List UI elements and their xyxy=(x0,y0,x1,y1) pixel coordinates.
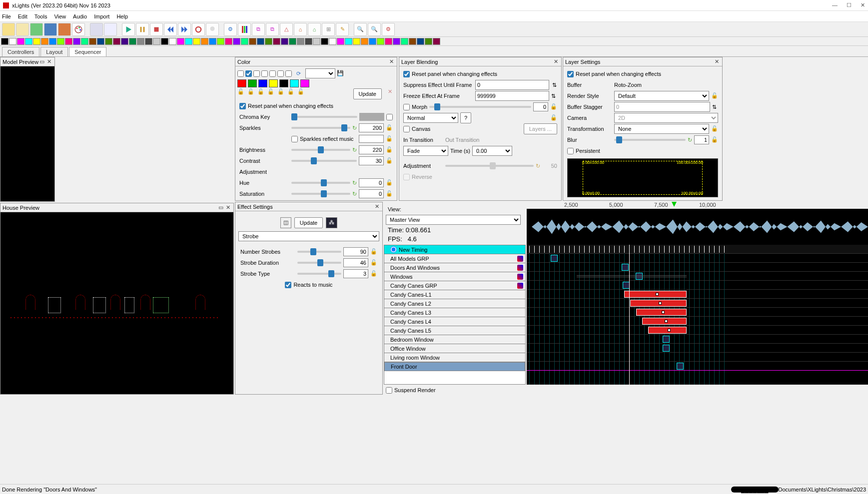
chroma-slider[interactable] xyxy=(291,116,357,118)
effect-icon-54[interactable] xyxy=(433,38,440,45)
effect-icon-17[interactable] xyxy=(137,38,144,45)
model-row[interactable]: Candy Canes L3 xyxy=(384,308,525,317)
paste-icon[interactable]: ⧉ xyxy=(266,23,279,36)
transition-select[interactable]: Fade xyxy=(403,146,448,156)
effect-icon-47[interactable] xyxy=(377,38,384,45)
reset-check[interactable] xyxy=(239,103,246,109)
color-enable-2[interactable] xyxy=(245,70,252,77)
effect-icon-5[interactable] xyxy=(41,38,48,45)
cycle-icon[interactable]: ⟳ xyxy=(296,70,301,77)
effect-icon-40[interactable] xyxy=(321,38,328,45)
effect-icon-33[interactable] xyxy=(265,38,272,45)
house-preview-canvas[interactable] xyxy=(0,212,233,394)
effect-icon-51[interactable] xyxy=(409,38,416,45)
persistent-check[interactable] xyxy=(567,148,574,154)
open-icon[interactable] xyxy=(30,23,43,36)
in-transition-tab[interactable]: In Transition xyxy=(403,137,443,143)
model-row[interactable]: Candy Canes L4 xyxy=(384,317,525,326)
tab-controllers[interactable]: Controllers xyxy=(2,47,39,56)
play-icon[interactable] xyxy=(122,23,135,36)
suspend-check[interactable] xyxy=(386,387,392,394)
lock-icon[interactable]: 🔓 xyxy=(237,88,244,95)
color-swatch-3[interactable] xyxy=(269,79,278,87)
effect-icon-18[interactable] xyxy=(145,38,152,45)
spinner-icon[interactable]: ⇅ xyxy=(551,82,557,88)
view-select[interactable]: Master View xyxy=(386,215,521,225)
effect-icon-0[interactable] xyxy=(1,38,8,45)
effect-icon-34[interactable] xyxy=(273,38,280,45)
color-enable-6[interactable] xyxy=(277,70,284,77)
blur-value[interactable] xyxy=(694,135,709,144)
effect-icon-19[interactable] xyxy=(153,38,160,45)
sparkles-reflect-check[interactable] xyxy=(291,136,298,142)
transform-select[interactable]: None xyxy=(614,124,709,134)
tab-sequencer[interactable]: Sequencer xyxy=(69,47,106,56)
color-enable-4[interactable] xyxy=(261,70,268,77)
color-swatch-4[interactable] xyxy=(279,79,288,87)
effect-icon-29[interactable] xyxy=(233,38,240,45)
effect-icon-25[interactable] xyxy=(201,38,208,45)
suppress-value[interactable] xyxy=(475,80,549,90)
brightness-slider[interactable] xyxy=(291,149,350,151)
effect-icon-49[interactable] xyxy=(393,38,400,45)
save-icon[interactable] xyxy=(44,23,57,36)
num-strobes-value[interactable] xyxy=(343,247,368,256)
settings-icon[interactable]: ⚙ xyxy=(382,23,395,36)
chroma-check[interactable] xyxy=(386,114,393,120)
buffer-preview[interactable]: 0.00x100.00 100.00x100.00 0.00x0.00 100.… xyxy=(567,158,718,197)
sparkles-slider[interactable] xyxy=(291,127,350,129)
strobe-type-slider[interactable] xyxy=(297,273,341,275)
bulb-icon[interactable] xyxy=(206,23,219,36)
model-row[interactable]: Office Window xyxy=(384,344,525,353)
hue-slider[interactable] xyxy=(291,182,350,184)
new-icon[interactable] xyxy=(2,23,15,36)
color-swatch-0[interactable] xyxy=(237,79,246,87)
color-enable-3[interactable] xyxy=(253,70,260,77)
fx-icon[interactable]: ⁂ xyxy=(326,217,337,228)
color-swatch-5[interactable] xyxy=(290,79,299,87)
brightness-value[interactable] xyxy=(359,145,384,154)
reset-check[interactable] xyxy=(403,71,410,77)
model-row[interactable]: Bedroom Window xyxy=(384,335,525,344)
reset-icon[interactable]: ↻ xyxy=(536,163,540,169)
menu-audio[interactable]: Audio xyxy=(73,13,87,19)
close-icon[interactable]: ✕ xyxy=(552,58,559,65)
canvas-check[interactable] xyxy=(403,126,410,132)
copy-icon[interactable]: ⧉ xyxy=(252,23,265,36)
hue-value[interactable] xyxy=(359,178,384,187)
model-row[interactable]: Windows xyxy=(384,272,525,281)
out-transition-tab[interactable]: Out Transition xyxy=(445,137,479,143)
color-enable-5[interactable] xyxy=(269,70,276,77)
file-icon[interactable] xyxy=(16,23,29,36)
close-icon[interactable]: ✕ xyxy=(713,58,720,65)
color-swatch-1[interactable] xyxy=(248,79,257,87)
minimize-button[interactable]: — xyxy=(832,2,838,8)
effect-icon-52[interactable] xyxy=(417,38,424,45)
model-row[interactable]: All Models GRP xyxy=(384,254,525,263)
reset-icon[interactable]: ↻ xyxy=(352,125,357,131)
effect-icon-31[interactable] xyxy=(249,38,256,45)
effect-icon-38[interactable] xyxy=(305,38,312,45)
freeze-value[interactable] xyxy=(475,91,549,101)
effect-icon-50[interactable] xyxy=(401,38,408,45)
effect-icon-43[interactable] xyxy=(345,38,352,45)
saturation-slider[interactable] xyxy=(291,193,350,195)
pause-icon[interactable] xyxy=(136,23,149,36)
palette-icon[interactable] xyxy=(72,23,85,36)
dock-icon[interactable]: ▭ xyxy=(217,204,224,211)
morph-check[interactable] xyxy=(403,104,410,110)
effect-icon-23[interactable] xyxy=(185,38,192,45)
cube-icon[interactable]: ◫ xyxy=(280,217,291,228)
effect-icon-42[interactable] xyxy=(337,38,344,45)
effect-icon-30[interactable] xyxy=(241,38,248,45)
effect-icon-53[interactable] xyxy=(425,38,432,45)
update-button[interactable]: Update xyxy=(353,88,382,99)
effect-icon-24[interactable] xyxy=(193,38,200,45)
effect-icon-16[interactable] xyxy=(129,38,136,45)
effect-icon-41[interactable] xyxy=(329,38,336,45)
color-enable-1[interactable] xyxy=(237,70,244,77)
effect-icon-35[interactable] xyxy=(281,38,288,45)
menu-file[interactable]: File xyxy=(2,13,11,19)
saturation-value[interactable] xyxy=(359,189,384,198)
strobe-duration-slider[interactable] xyxy=(297,262,341,264)
